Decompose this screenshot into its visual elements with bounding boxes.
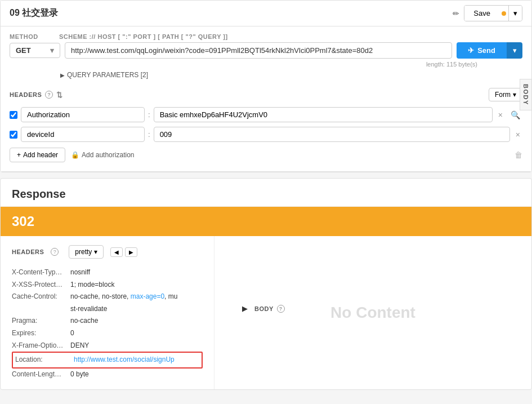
add-header-button[interactable]: + Add header xyxy=(10,148,65,162)
body-sidebar-tab[interactable]: BODY xyxy=(520,79,532,110)
response-header-table: X-Content-Typ… nosniff X-XSS-Protect… 1;… xyxy=(12,267,203,380)
method-select[interactable]: GET ▾ xyxy=(10,43,60,58)
plus-icon: + xyxy=(17,151,21,159)
response-body-area: HEADERS ? pretty ▾ ◀ ▶ X-Content-Typ… no… xyxy=(1,236,531,389)
header-actions-left: + Add header 🔒 Add authorization xyxy=(10,148,134,162)
send-icon: ✈ xyxy=(468,46,474,55)
headers-section: HEADERS ? ⇅ Form ▾ : × 🔍 xyxy=(10,88,522,162)
table-row: Pragma: no-cache xyxy=(12,315,203,327)
add-header-label: Add header xyxy=(23,151,58,159)
table-row: st-revalidate xyxy=(12,303,203,316)
no-content-text: No Content xyxy=(330,304,415,322)
send-dropdown-button[interactable]: ▾ xyxy=(507,42,522,59)
header-row: : × xyxy=(10,127,522,142)
sort-icon[interactable]: ⇅ xyxy=(56,91,63,99)
url-length: length: 115 byte(s) xyxy=(10,61,477,68)
pretty-button[interactable]: pretty ▾ xyxy=(69,245,104,259)
delete-all-headers-button[interactable]: 🗑 xyxy=(515,150,522,159)
method-chevron-icon: ▾ xyxy=(50,46,54,55)
headers-top: HEADERS ? ⇅ Form ▾ xyxy=(10,88,522,101)
save-button[interactable]: Save xyxy=(464,6,499,21)
resp-headers-label: HEADERS xyxy=(12,248,44,255)
headers-label: HEADERS ? ⇅ xyxy=(10,91,63,99)
response-section: Response 302 HEADERS ? pretty ▾ ◀ ▶ xyxy=(0,178,532,390)
form-chevron-icon: ▾ xyxy=(513,91,516,99)
deviceid-value-input[interactable] xyxy=(154,127,510,142)
url-input[interactable] xyxy=(65,42,452,59)
method-url-row: GET ▾ ✈ Send ▾ xyxy=(10,42,522,59)
add-authorization-button[interactable]: 🔒 Add authorization xyxy=(71,151,134,159)
table-row: X-Frame-Optio… DENY xyxy=(12,340,203,352)
edit-icon[interactable]: ✏ xyxy=(453,9,459,18)
header-row: : × 🔍 xyxy=(10,107,522,122)
method-value: GET xyxy=(16,46,31,55)
add-auth-label: Add authorization xyxy=(82,151,134,159)
resp-headers-info-icon[interactable]: ? xyxy=(51,248,59,256)
resp-headers-top: HEADERS ? pretty ▾ ◀ ▶ xyxy=(12,245,203,259)
body-label-area: ▶ BODY ? xyxy=(242,304,285,313)
max-age-link[interactable]: max-age=0 xyxy=(131,292,164,300)
save-button-group: Save ▾ xyxy=(464,5,522,21)
body-expand-icon[interactable]: ▶ xyxy=(242,304,248,313)
table-row: Content-Lengt… 0 byte xyxy=(12,369,203,381)
authorization-search-button[interactable]: 🔍 xyxy=(508,109,522,121)
page-title: 09 社交登录 xyxy=(10,7,58,19)
send-button[interactable]: ✈ Send xyxy=(457,42,507,59)
pretty-chevron-icon: ▾ xyxy=(94,248,97,256)
table-row: X-Content-Typ… nosniff xyxy=(12,267,203,279)
table-row: X-XSS-Protect… 1; mode=block xyxy=(12,279,203,291)
chevron-right-icon: ▶ xyxy=(60,72,65,78)
body-info-icon[interactable]: ? xyxy=(277,305,285,313)
send-button-group: ✈ Send ▾ xyxy=(457,42,522,59)
response-title: Response xyxy=(1,179,531,207)
method-label: METHOD xyxy=(10,33,55,40)
nav-left-button[interactable]: ◀ xyxy=(110,247,123,257)
title-bar: 09 社交登录 ✏ Save ▾ xyxy=(1,1,531,26)
scheme-label: SCHEME :// HOST [ ":" PORT ] [ PATH [ "?… xyxy=(59,33,522,40)
save-status-dot xyxy=(502,11,506,16)
authorization-key-input[interactable] xyxy=(21,107,145,122)
deviceid-key-input[interactable] xyxy=(21,127,145,142)
toolbar-actions: ✏ Save ▾ xyxy=(453,5,522,21)
authorization-delete-button[interactable]: × xyxy=(496,109,505,121)
resp-body-label: BODY ? xyxy=(254,305,285,313)
lock-icon: 🔒 xyxy=(71,151,79,159)
location-row: Location: http://www.test.com/social/sig… xyxy=(12,352,203,369)
deviceid-delete-button[interactable]: × xyxy=(513,129,522,140)
form-button[interactable]: Form ▾ xyxy=(489,88,522,101)
table-row: Cache-Control: no-cache, no-store, max-a… xyxy=(12,291,203,303)
header-actions-row: + Add header 🔒 Add authorization 🗑 xyxy=(10,148,522,162)
request-panel: METHOD SCHEME :// HOST [ ":" PORT ] [ PA… xyxy=(1,26,531,172)
authorization-value-input[interactable] xyxy=(154,107,493,122)
headers-info-icon[interactable]: ? xyxy=(45,91,53,99)
response-body-section: ▶ BODY ? No Content xyxy=(214,236,531,389)
send-label: Send xyxy=(477,46,495,55)
location-link[interactable]: http://www.test.com/social/signUp xyxy=(74,354,175,366)
deviceid-checkbox[interactable] xyxy=(10,131,17,139)
query-params-toggle[interactable]: ▶ QUERY PARAMETERS [2] xyxy=(10,68,522,79)
save-dropdown-button[interactable]: ▾ xyxy=(508,6,522,21)
nav-arrows: ◀ ▶ xyxy=(110,247,137,257)
response-headers-section: HEADERS ? pretty ▾ ◀ ▶ X-Content-Typ… no… xyxy=(1,236,214,389)
authorization-checkbox[interactable] xyxy=(10,111,17,119)
query-params-label: QUERY PARAMETERS [2] xyxy=(67,71,148,79)
table-row: Expires: 0 xyxy=(12,327,203,340)
nav-right-button[interactable]: ▶ xyxy=(125,247,137,257)
status-code-bar: 302 xyxy=(1,207,531,236)
